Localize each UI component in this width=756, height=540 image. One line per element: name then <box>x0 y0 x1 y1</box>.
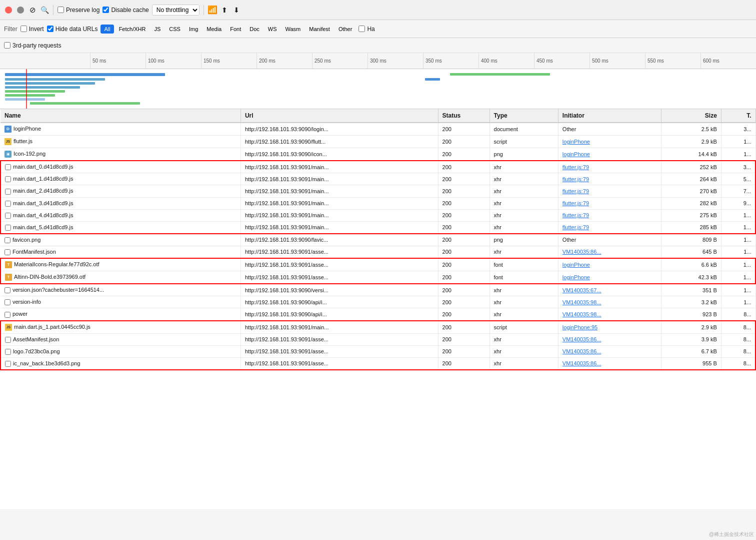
filter-btn-media[interactable]: Media <box>203 25 225 34</box>
cell-initiator[interactable]: VM140035:98... <box>558 296 661 308</box>
cell-name[interactable]: JSflutter.js <box>0 136 240 148</box>
table-row[interactable]: DloginPhonehttp://192.168.101.93:9090/lo… <box>0 123 756 136</box>
filter-btn-css[interactable]: CSS <box>166 25 184 34</box>
cell-name[interactable]: main.dart_0.d41d8cd9.js <box>0 161 240 173</box>
cell-initiator[interactable]: flutter.js:79 <box>558 209 661 221</box>
cell-name[interactable]: ▣Icon-192.png <box>0 148 240 161</box>
table-row[interactable]: AssetManifest.jsonhttp://192.168.101.93:… <box>0 333 756 345</box>
table-row[interactable]: JSflutter.jshttp://192.168.101.93:9090/f… <box>0 136 756 148</box>
table-row[interactable]: version.json?cachebuster=1664514...http:… <box>0 284 756 296</box>
close-button[interactable] <box>4 6 13 15</box>
cell-initiator[interactable]: flutter.js:79 <box>558 185 661 197</box>
table-row[interactable]: main.dart_4.d41d8cd9.jshttp://192.168.10… <box>0 209 756 221</box>
table-row[interactable]: TAltinn-DIN-Bold.e3973969.otfhttp://192.… <box>0 271 756 284</box>
cell-name[interactable]: JSmain.dart.js_1.part.0445cc90.js <box>0 321 240 334</box>
cell-name[interactable]: DloginPhone <box>0 123 240 136</box>
filter-btn-wasm[interactable]: Wasm <box>282 25 304 34</box>
search-icon[interactable]: 🔍 <box>40 6 49 15</box>
cell-initiator[interactable]: loginPhone <box>558 271 661 284</box>
col-status[interactable]: Status <box>438 109 490 123</box>
preserve-log-checkbox-wrap[interactable]: Preserve log <box>58 7 100 14</box>
throttle-select[interactable]: No throttling <box>152 5 200 16</box>
cell-name[interactable]: main.dart_3.d41d8cd9.js <box>0 197 240 209</box>
ha-wrap[interactable]: Ha <box>358 26 374 33</box>
table-row[interactable]: main.dart_2.d41d8cd9.jshttp://192.168.10… <box>0 185 756 197</box>
hide-data-urls-checkbox[interactable] <box>47 26 54 32</box>
invert-checkbox[interactable] <box>20 26 27 32</box>
cell-initiator[interactable]: loginPhone:95 <box>558 321 661 334</box>
cell-initiator[interactable]: VM140035:86... <box>558 333 661 345</box>
table-row[interactable]: TMaterialIcons-Regular.fe77d92c.otfhttp:… <box>0 258 756 271</box>
cell-initiator[interactable]: VM140035:86... <box>558 357 661 370</box>
col-initiator[interactable]: Initiator <box>558 109 661 123</box>
cell-name[interactable]: AssetManifest.json <box>0 333 240 345</box>
col-type[interactable]: Type <box>490 109 558 123</box>
cell-name[interactable]: power <box>0 308 240 321</box>
cell-initiator[interactable]: VM140035:86... <box>558 345 661 357</box>
cell-name[interactable]: main.dart_1.d41d8cd9.js <box>0 173 240 185</box>
table-row[interactable]: main.dart_3.d41d8cd9.jshttp://192.168.10… <box>0 197 756 209</box>
table-row[interactable]: version-infohttp://192.168.101.93:9090/a… <box>0 296 756 308</box>
col-name[interactable]: Name <box>0 109 240 123</box>
invert-wrap[interactable]: Invert <box>20 26 44 33</box>
filter-btn-other[interactable]: Other <box>335 25 356 34</box>
stop-button[interactable] <box>16 6 25 15</box>
cell-name[interactable]: FontManifest.json <box>0 246 240 258</box>
cell-initiator[interactable]: loginPhone <box>558 258 661 271</box>
cell-name[interactable]: main.dart_5.d41d8cd9.js <box>0 221 240 234</box>
cell-name[interactable]: version-info <box>0 296 240 308</box>
cell-name[interactable]: logo.7d23bc0a.png <box>0 345 240 357</box>
filter-btn-fetch/xhr[interactable]: Fetch/XHR <box>116 25 150 34</box>
cell-initiator[interactable]: loginPhone <box>558 136 661 148</box>
waterfall-bar-9 <box>450 73 550 76</box>
ha-checkbox[interactable] <box>358 26 365 32</box>
disable-cache-checkbox[interactable] <box>102 7 109 13</box>
table-row[interactable]: favicon.pnghttp://192.168.101.93:9090/fa… <box>0 234 756 246</box>
table-row[interactable]: main.dart_5.d41d8cd9.jshttp://192.168.10… <box>0 221 756 234</box>
col-size[interactable]: Size <box>661 109 721 123</box>
filter-btn-manifest[interactable]: Manifest <box>306 25 334 34</box>
cell-name[interactable]: TMaterialIcons-Regular.fe77d92c.otf <box>0 258 240 271</box>
third-party-checkbox[interactable] <box>4 42 10 49</box>
network-table: Name Url Status Type Initiator Size T. D… <box>0 109 756 370</box>
upload-icon[interactable]: ⬆ <box>220 6 229 15</box>
filter-btn-ws[interactable]: WS <box>264 25 280 34</box>
cell-name[interactable]: version.json?cachebuster=1664514... <box>0 284 240 296</box>
table-row[interactable]: main.dart_1.d41d8cd9.jshttp://192.168.10… <box>0 173 756 185</box>
table-row[interactable]: main.dart_0.d41d8cd9.jshttp://192.168.10… <box>0 161 756 173</box>
third-party-wrap[interactable]: 3rd-party requests <box>4 42 61 49</box>
table-row[interactable]: powerhttp://192.168.101.93:9090/api/i...… <box>0 308 756 321</box>
cell-initiator[interactable]: flutter.js:79 <box>558 197 661 209</box>
cell-name[interactable]: main.dart_4.d41d8cd9.js <box>0 209 240 221</box>
cell-initiator[interactable]: VM140035:86... <box>558 246 661 258</box>
cell-initiator[interactable]: flutter.js:79 <box>558 173 661 185</box>
col-url[interactable]: Url <box>240 109 438 123</box>
ha-label: Ha <box>367 26 374 33</box>
cell-initiator[interactable]: flutter.js:79 <box>558 161 661 173</box>
network-table-container[interactable]: Name Url Status Type Initiator Size T. D… <box>0 109 756 509</box>
cell-name[interactable]: favicon.png <box>0 234 240 246</box>
cell-initiator[interactable]: loginPhone <box>558 148 661 161</box>
download-icon[interactable]: ⬇ <box>232 6 241 15</box>
filter-btn-img[interactable]: Img <box>186 25 202 34</box>
disable-cache-checkbox-wrap[interactable]: Disable cache <box>102 7 148 14</box>
filter-btn-js[interactable]: JS <box>150 25 164 34</box>
filter-btn-all[interactable]: All <box>100 25 114 34</box>
cell-initiator[interactable]: flutter.js:79 <box>558 221 661 234</box>
cell-initiator[interactable]: VM140035:98... <box>558 308 661 321</box>
cell-name[interactable]: main.dart_2.d41d8cd9.js <box>0 185 240 197</box>
filter-btn-font[interactable]: Font <box>226 25 244 34</box>
cell-initiator[interactable]: VM140035:67... <box>558 284 661 296</box>
filter-icon[interactable]: ⊘ <box>28 6 37 15</box>
preserve-log-checkbox[interactable] <box>58 7 64 13</box>
filter-btn-doc[interactable]: Doc <box>246 25 263 34</box>
table-row[interactable]: FontManifest.jsonhttp://192.168.101.93:9… <box>0 246 756 258</box>
table-row[interactable]: ▣Icon-192.pnghttp://192.168.101.93:9090/… <box>0 148 756 161</box>
cell-name[interactable]: TAltinn-DIN-Bold.e3973969.otf <box>0 271 240 284</box>
col-time[interactable]: T. <box>721 109 756 123</box>
cell-name[interactable]: ic_nav_back.1be3d6d3.png <box>0 357 240 370</box>
table-row[interactable]: JSmain.dart.js_1.part.0445cc90.jshttp://… <box>0 321 756 334</box>
hide-data-urls-wrap[interactable]: Hide data URLs <box>47 26 98 33</box>
table-row[interactable]: logo.7d23bc0a.pnghttp://192.168.101.93:9… <box>0 345 756 357</box>
table-row[interactable]: ic_nav_back.1be3d6d3.pnghttp://192.168.1… <box>0 357 756 370</box>
